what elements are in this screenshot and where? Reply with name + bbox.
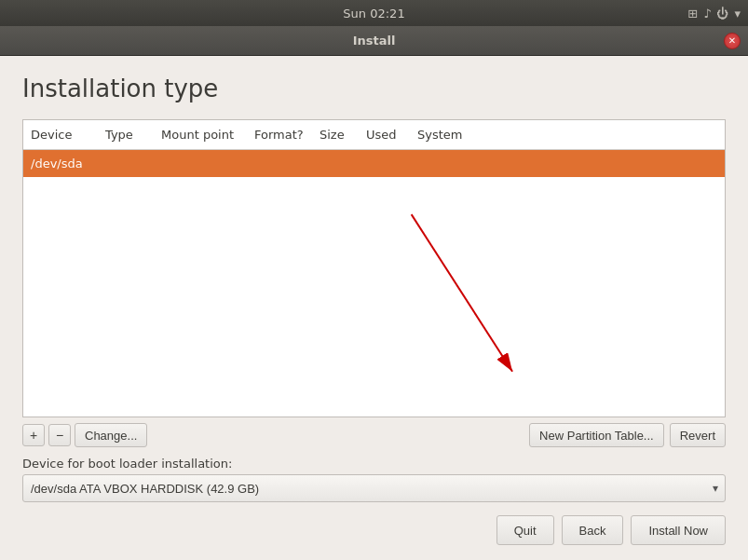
row-format	[247, 155, 312, 172]
col-size-header: Size	[312, 124, 359, 145]
col-system-header: System	[410, 124, 725, 145]
menu-arrow-icon: ▾	[734, 7, 741, 20]
boot-loader-select[interactable]: /dev/sda ATA VBOX HARDDISK (42.9 GB)	[22, 474, 726, 502]
col-type-header: Type	[98, 124, 154, 145]
system-titlebar: Sun 02:21 ⊞ ♪ ⏻ ▾	[0, 0, 748, 26]
col-device-header: Device	[23, 124, 98, 145]
power-icon: ⏻	[716, 7, 728, 20]
col-used-header: Used	[359, 124, 410, 145]
revert-button[interactable]: Revert	[670, 423, 726, 447]
new-partition-table-button[interactable]: New Partition Table...	[529, 423, 664, 447]
partition-controls: + − Change... New Partition Table... Rev…	[22, 417, 726, 447]
window-title: Install	[353, 34, 396, 48]
boot-loader-section: Device for boot loader installation: /de…	[22, 457, 726, 502]
main-content: Installation type Device Type Mount poin…	[0, 56, 748, 560]
table-header: Device Type Mount point Format? Size Use…	[23, 120, 725, 150]
page-title: Installation type	[22, 75, 726, 102]
close-button[interactable]	[724, 33, 741, 49]
row-device: /dev/sda	[23, 155, 98, 172]
svg-line-1	[412, 214, 512, 372]
partition-controls-right: New Partition Table... Revert	[529, 423, 726, 447]
back-button[interactable]: Back	[562, 515, 624, 545]
remove-partition-button[interactable]: −	[48, 424, 71, 446]
col-mount-header: Mount point	[154, 124, 247, 145]
arrow-graphic	[23, 177, 725, 417]
clock: Sun 02:21	[343, 7, 404, 20]
boot-loader-label: Device for boot loader installation:	[22, 457, 726, 471]
row-system	[410, 155, 725, 172]
row-used	[359, 155, 410, 172]
row-size	[312, 155, 359, 172]
add-partition-button[interactable]: +	[22, 424, 45, 446]
network-icon: ⊞	[687, 7, 698, 20]
bottom-buttons: Quit Back Install Now	[22, 502, 726, 545]
install-now-button[interactable]: Install Now	[631, 515, 726, 545]
change-partition-button[interactable]: Change...	[75, 423, 147, 447]
table-body	[23, 177, 725, 417]
titlebar-icons: ⊞ ♪ ⏻ ▾	[687, 7, 741, 20]
window-titlebar: Install	[0, 26, 748, 56]
partition-table: Device Type Mount point Format? Size Use…	[22, 119, 726, 417]
col-format-header: Format?	[247, 124, 312, 145]
boot-loader-select-wrapper: /dev/sda ATA VBOX HARDDISK (42.9 GB) ▾	[22, 474, 726, 502]
quit-button[interactable]: Quit	[496, 515, 554, 545]
row-mount	[154, 155, 247, 172]
table-row[interactable]: /dev/sda	[23, 150, 725, 177]
volume-icon: ♪	[703, 7, 711, 20]
row-type	[98, 155, 154, 172]
